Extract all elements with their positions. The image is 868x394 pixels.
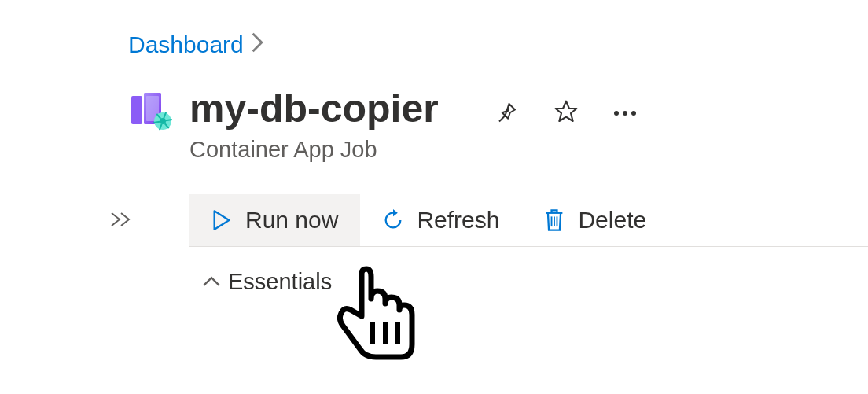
delete-label: Delete (578, 207, 646, 234)
refresh-button[interactable]: Refresh (360, 194, 521, 246)
run-now-button[interactable]: Run now (189, 194, 360, 246)
svg-rect-0 (131, 96, 142, 124)
delete-button[interactable]: Delete (521, 194, 668, 246)
essentials-label: Essentials (228, 269, 332, 295)
refresh-label: Refresh (417, 207, 499, 234)
header-actions (492, 96, 640, 130)
breadcrumb-dashboard-link[interactable]: Dashboard (128, 31, 244, 58)
run-now-label: Run now (245, 207, 338, 234)
refresh-icon (382, 209, 404, 231)
command-toolbar: Run now Refresh (189, 194, 868, 247)
svg-marker-12 (555, 101, 576, 121)
container-app-job-icon (128, 90, 174, 131)
chevron-up-icon (203, 271, 220, 292)
pin-icon (495, 100, 519, 126)
star-icon (554, 99, 579, 127)
toolbar-row: Run now Refresh (0, 163, 868, 247)
title-block: my-db-copier Container App Job (189, 87, 439, 163)
more-actions-button[interactable] (610, 104, 640, 122)
more-horizontal-icon (613, 107, 637, 119)
resource-subtitle: Container App Job (189, 137, 439, 163)
favorite-button[interactable] (550, 96, 582, 130)
svg-point-14 (623, 111, 627, 116)
play-icon (211, 209, 233, 231)
svg-point-13 (614, 111, 619, 116)
expand-panel-button[interactable] (104, 202, 138, 239)
svg-point-15 (631, 111, 636, 116)
breadcrumb: Dashboard (0, 0, 868, 58)
trash-icon (543, 209, 565, 231)
essentials-toggle[interactable]: Essentials (0, 247, 868, 295)
chevron-right-icon (252, 32, 264, 58)
svg-point-5 (160, 118, 166, 124)
resource-header: my-db-copier Container App Job (0, 58, 868, 163)
pin-button[interactable] (492, 97, 522, 129)
resource-title: my-db-copier (189, 87, 439, 132)
